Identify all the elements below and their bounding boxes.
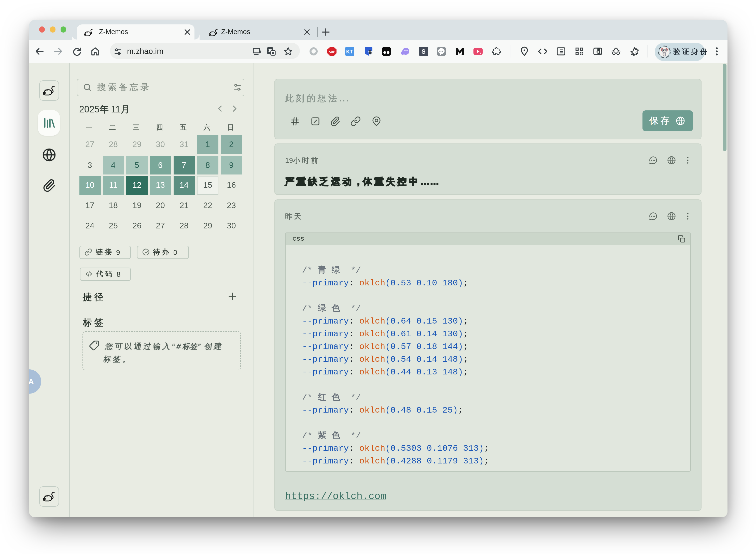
svg-text:ABP: ABP	[329, 50, 335, 54]
svg-text:KT: KT	[346, 49, 353, 54]
svg-text:S: S	[421, 48, 425, 55]
svg-text:LINE: LINE	[439, 50, 443, 52]
